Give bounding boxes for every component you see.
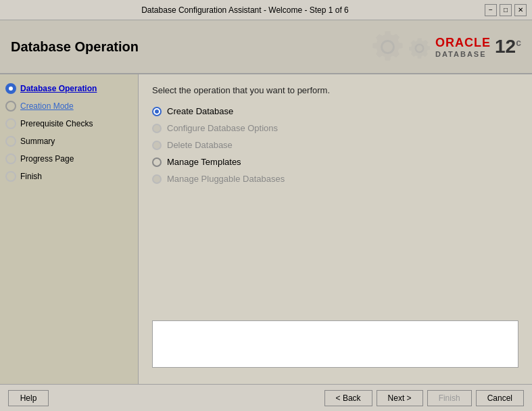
radio-configure-database-options: Configure Database Options — [152, 123, 518, 133]
radio-create-database-input[interactable] — [152, 107, 162, 116]
radio-delete-database: Delete Database — [152, 140, 518, 150]
info-box — [152, 320, 518, 368]
sidebar-item-finish: Finish — [0, 168, 138, 185]
gear-icons — [369, 28, 431, 66]
radio-manage-templates-label: Manage Templates — [167, 157, 241, 167]
radio-manage-templates-input[interactable] — [152, 158, 162, 167]
step-circle-5 — [5, 153, 16, 164]
operation-options: Create Database Configure Database Optio… — [152, 106, 518, 184]
oracle-text: ORACLE DATABASE — [435, 36, 491, 58]
back-button[interactable]: < Back — [324, 390, 372, 406]
radio-manage-pluggable-databases-label: Manage Pluggable Databases — [167, 174, 285, 184]
oracle-database-text: DATABASE — [435, 50, 486, 58]
maximize-button[interactable]: □ — [500, 4, 512, 16]
sidebar-item-creation-mode[interactable]: Creation Mode — [0, 97, 138, 115]
sidebar-item-database-operation[interactable]: Database Operation — [0, 80, 138, 97]
window-title: Database Configuration Assistant - Welco… — [5, 5, 485, 15]
header: Database Operation ORACLE DATABASE 12c — [0, 20, 532, 74]
radio-delete-database-input — [152, 141, 162, 150]
radio-create-database[interactable]: Create Database — [152, 106, 518, 116]
oracle-brand-text: ORACLE — [435, 36, 491, 50]
footer-right: < Back Next > Finish Cancel — [324, 390, 524, 406]
small-gear-icon — [408, 37, 431, 60]
help-button[interactable]: Help — [8, 390, 49, 406]
window-controls: − □ ✕ — [485, 4, 527, 16]
main-window: Database Operation ORACLE DATABASE 12c — [0, 20, 532, 411]
radio-manage-pluggable-databases-input — [152, 174, 162, 184]
radio-configure-database-options-label: Configure Database Options — [167, 123, 278, 133]
footer-left: Help — [8, 390, 49, 406]
minimize-button[interactable]: − — [485, 4, 497, 16]
sidebar-item-prerequisite-checks: Prerequisite Checks — [0, 115, 138, 132]
step-circle-4 — [5, 136, 16, 147]
content-area: Database Operation Creation Mode Prerequ… — [0, 74, 532, 384]
step-circle-2 — [5, 101, 16, 112]
title-bar: Database Configuration Assistant - Welco… — [0, 0, 532, 20]
finish-button[interactable]: Finish — [427, 390, 472, 406]
sidebar-item-summary: Summary — [0, 132, 138, 150]
sidebar-label-prerequisite-checks: Prerequisite Checks — [20, 119, 93, 128]
sidebar-label-finish: Finish — [20, 172, 42, 181]
step-circle-6 — [5, 171, 16, 182]
page-title: Database Operation — [11, 39, 139, 55]
radio-delete-database-label: Delete Database — [167, 140, 233, 150]
radio-create-database-label: Create Database — [167, 106, 233, 116]
sidebar: Database Operation Creation Mode Prerequ… — [0, 74, 139, 384]
oracle-version: 12c — [495, 37, 521, 56]
sidebar-label-progress-page: Progress Page — [20, 154, 74, 164]
bottom-text-area — [152, 184, 518, 373]
sidebar-label-summary: Summary — [20, 137, 55, 146]
sidebar-label-database-operation: Database Operation — [20, 84, 97, 93]
sidebar-label-creation-mode: Creation Mode — [20, 101, 74, 111]
large-gear-icon — [369, 28, 406, 66]
instruction-text: Select the operation that you want to pe… — [152, 85, 518, 95]
sidebar-item-progress-page: Progress Page — [0, 150, 138, 168]
cancel-button[interactable]: Cancel — [476, 390, 524, 406]
main-content: Select the operation that you want to pe… — [139, 74, 532, 384]
radio-manage-pluggable-databases: Manage Pluggable Databases — [152, 174, 518, 184]
radio-configure-database-options-input — [152, 124, 162, 133]
footer: Help < Back Next > Finish Cancel — [0, 384, 532, 411]
step-circle-3 — [5, 118, 16, 129]
oracle-logo: ORACLE DATABASE 12c — [369, 28, 521, 66]
radio-manage-templates[interactable]: Manage Templates — [152, 157, 518, 167]
next-button[interactable]: Next > — [377, 390, 423, 406]
step-circle-1 — [5, 83, 16, 94]
close-button[interactable]: ✕ — [514, 4, 527, 16]
